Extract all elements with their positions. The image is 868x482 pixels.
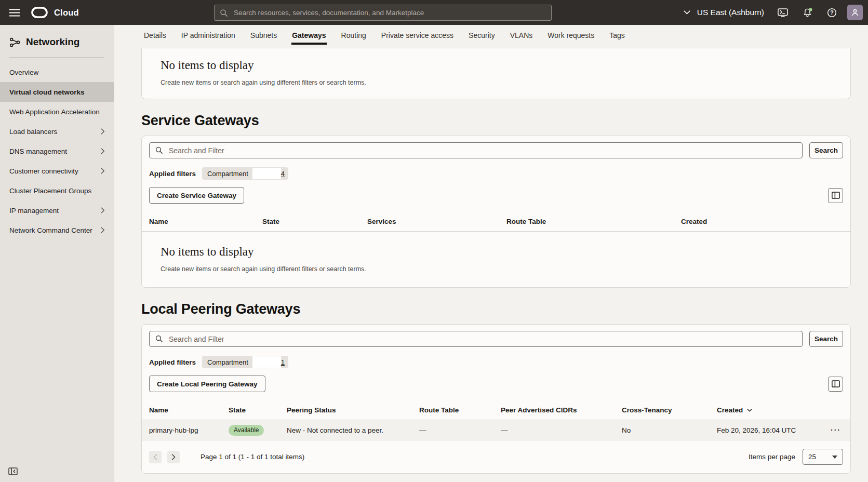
help-icon[interactable]: ? xyxy=(827,8,837,18)
lpg-col-created[interactable]: Created xyxy=(717,406,821,414)
tab-bar: Details IP administration Subnets Gatewa… xyxy=(114,25,868,45)
empty-state-title: No items to display xyxy=(161,59,832,72)
tab-gateways[interactable]: Gateways xyxy=(291,31,326,45)
sidebar-nav: Overview Virtual cloud networks Web Appl… xyxy=(0,62,114,240)
sidebar-item-customer-connectivity[interactable]: Customer connectivity xyxy=(0,161,114,181)
create-service-gateway-button[interactable]: Create Service Gateway xyxy=(149,187,244,204)
sidebar-item-load-balancers[interactable]: Load balancers xyxy=(0,122,114,141)
tab-vlans[interactable]: VLANs xyxy=(510,31,533,45)
columns-icon xyxy=(832,380,840,387)
sidebar-collapse-button[interactable] xyxy=(7,465,19,477)
empty-state-subtitle: Create new items or search again using d… xyxy=(161,265,832,273)
lpg-col-name: Name xyxy=(142,406,229,414)
sidebar-item-cluster-placement-groups[interactable]: Cluster Placement Groups xyxy=(0,181,114,200)
sg-search-input[interactable] xyxy=(168,146,796,155)
filter-chip-suffix: 4 xyxy=(281,170,285,178)
region-selector[interactable]: US East (Ashburn) xyxy=(684,8,764,17)
row-actions-menu-button[interactable]: ··· xyxy=(829,425,843,435)
sg-manage-columns-button[interactable] xyxy=(828,188,843,203)
filter-chip-suffix: 1 xyxy=(281,358,285,366)
sg-col-route-table: Route Table xyxy=(506,218,681,225)
notifications-bell-icon[interactable] xyxy=(803,8,813,18)
tab-work-requests[interactable]: Work requests xyxy=(547,31,595,45)
main-content: Details IP administration Subnets Gatewa… xyxy=(114,25,868,482)
next-page-button[interactable] xyxy=(167,451,180,463)
pagination-bar: Page 1 of 1 (1 - 1 of 1 total items) Ite… xyxy=(142,440,850,473)
sg-col-state: State xyxy=(262,218,367,225)
sg-search-filter-field[interactable] xyxy=(149,142,803,158)
chevron-left-icon xyxy=(153,454,157,460)
lpg-search-filter-field[interactable] xyxy=(149,331,803,347)
lpg-col-cross-tenancy: Cross-Tenancy xyxy=(622,406,717,414)
top-bar: Cloud US East (Ashburn) ? xyxy=(0,0,868,25)
tab-tags[interactable]: Tags xyxy=(609,31,625,45)
service-gateways-heading: Service Gateways xyxy=(141,113,868,129)
status-badge: Available xyxy=(229,425,264,436)
local-peering-gateways-panel: Search Applied filters Compartment 1 Cre… xyxy=(141,324,851,474)
lpg-row-peering-status: New - Not connected to a peer. xyxy=(287,426,419,434)
sg-applied-filters-label: Applied filters xyxy=(149,170,196,178)
sg-compartment-filter-chip[interactable]: Compartment 4 xyxy=(202,167,288,180)
search-icon xyxy=(220,9,228,17)
tab-details[interactable]: Details xyxy=(143,31,167,45)
lpg-row-cross-tenancy: No xyxy=(622,426,717,434)
chevron-right-icon xyxy=(101,128,105,135)
global-search-input[interactable] xyxy=(233,8,546,17)
chevron-right-icon xyxy=(101,168,105,174)
search-icon xyxy=(155,335,163,343)
sidebar-title: Networking xyxy=(26,36,79,48)
sg-col-services: Services xyxy=(367,218,506,225)
lpg-table-header: Name State Peering Status Route Table Pe… xyxy=(142,400,850,420)
chevron-right-icon xyxy=(101,207,105,213)
search-icon xyxy=(155,146,163,154)
empty-state-title: No items to display xyxy=(161,245,832,259)
lpg-row-state: Available xyxy=(229,425,287,436)
lpg-manage-columns-button[interactable] xyxy=(828,377,843,392)
sidebar-item-ip-management[interactable]: IP management xyxy=(0,200,114,220)
tab-private-service-access[interactable]: Private service access xyxy=(381,31,454,45)
sidebar-item-overview[interactable]: Overview xyxy=(0,62,114,82)
sg-col-created: Created xyxy=(681,218,850,225)
previous-page-button[interactable] xyxy=(149,451,162,463)
sort-descending-icon xyxy=(747,409,752,412)
sg-search-button[interactable]: Search xyxy=(809,142,843,158)
empty-state: No items to display Create new items or … xyxy=(142,48,850,99)
tab-ip-administration[interactable]: IP administration xyxy=(181,31,236,45)
create-local-peering-gateway-button[interactable]: Create Local Peering Gateway xyxy=(149,376,265,392)
items-per-page-label: Items per page xyxy=(749,453,795,461)
sidebar-item-dns-management[interactable]: DNS management xyxy=(0,141,114,161)
sidebar-item-web-application-acceleration[interactable]: Web Application Acceleration xyxy=(0,102,114,122)
pagination-summary: Page 1 of 1 (1 - 1 of 1 total items) xyxy=(201,453,304,461)
items-per-page-select[interactable]: 25 xyxy=(803,449,843,465)
networking-icon xyxy=(9,37,20,48)
filter-chip-redacted-value xyxy=(252,168,281,179)
tab-subnets[interactable]: Subnets xyxy=(250,31,277,45)
lpg-search-input[interactable] xyxy=(168,334,796,344)
lpg-search-button[interactable]: Search xyxy=(809,331,843,347)
empty-state-subtitle: Create new items or search again using d… xyxy=(161,79,832,86)
lpg-compartment-filter-chip[interactable]: Compartment 1 xyxy=(202,356,288,368)
user-avatar[interactable] xyxy=(847,5,863,20)
service-gateways-panel: Search Applied filters Compartment 4 Cre… xyxy=(141,136,851,288)
lpg-row-route-table: — xyxy=(419,426,501,434)
items-per-page-value: 25 xyxy=(808,453,816,461)
hamburger-menu-icon[interactable] xyxy=(8,6,21,19)
sidebar-item-network-command-center[interactable]: Network Command Center xyxy=(0,220,114,240)
lpg-applied-filters-label: Applied filters xyxy=(149,358,196,366)
top-bar-actions: US East (Ashburn) ? xyxy=(684,5,863,20)
sidebar: Networking Overview Virtual cloud networ… xyxy=(0,25,114,482)
caret-down-icon xyxy=(832,456,837,459)
oracle-logo-icon xyxy=(31,7,48,18)
sidebar-header: Networking xyxy=(0,25,114,57)
lpg-col-peering-status: Peering Status xyxy=(287,406,419,414)
lpg-row-peer-advertised-cidrs: — xyxy=(501,426,622,434)
notification-dot xyxy=(809,8,812,11)
lpg-col-route-table: Route Table xyxy=(419,406,501,414)
sidebar-item-virtual-cloud-networks[interactable]: Virtual cloud networks xyxy=(0,82,114,102)
cloud-shell-icon[interactable] xyxy=(778,8,788,17)
tab-security[interactable]: Security xyxy=(468,31,496,45)
chevron-down-icon xyxy=(684,10,690,15)
global-search-bar[interactable] xyxy=(214,5,552,21)
lpg-col-state: State xyxy=(229,406,287,414)
tab-routing[interactable]: Routing xyxy=(341,31,367,45)
